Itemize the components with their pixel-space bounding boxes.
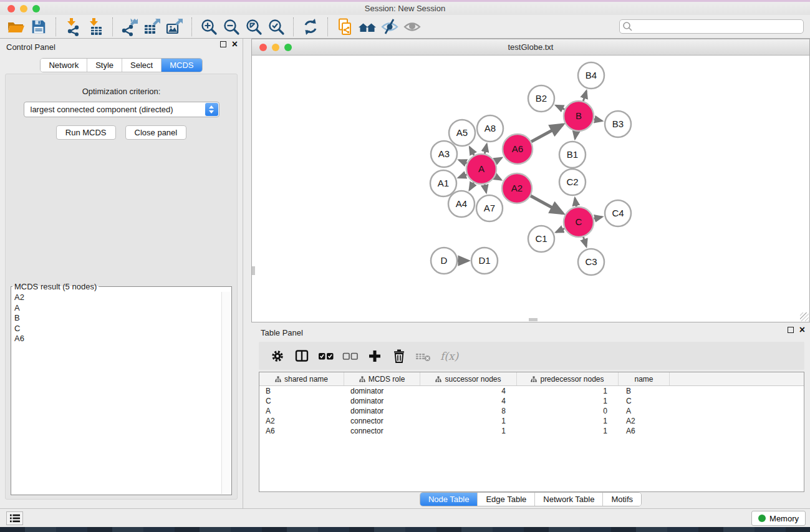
graph-edge-B-B1[interactable] [575, 132, 576, 139]
network-minimize-button[interactable] [272, 44, 279, 51]
graph-edge-A-A5[interactable] [470, 147, 474, 155]
home-networks-button[interactable] [356, 17, 378, 37]
show-selected-button[interactable] [401, 17, 423, 37]
select-all-columns-button[interactable] [316, 346, 336, 367]
graph-edge-A-A6[interactable] [495, 158, 502, 162]
network-close-button[interactable] [259, 44, 267, 51]
mcds-result-item[interactable]: C [14, 324, 221, 334]
graph-edge-A-A3[interactable] [459, 160, 467, 163]
zoom-window-button[interactable] [32, 5, 40, 12]
table-cell: 1 [420, 427, 517, 435]
table-row[interactable]: Adominator80A [259, 406, 804, 416]
hierarchy-icon [435, 376, 441, 382]
column-header-predecessor-nodes[interactable]: predecessor nodes [517, 372, 619, 385]
graph-edge-A-A2[interactable] [495, 177, 501, 180]
table-settings-button[interactable] [268, 346, 287, 367]
table-row[interactable]: Bdominator41B [259, 386, 804, 396]
delete-table-button[interactable] [413, 346, 433, 367]
column-header-shared-name[interactable]: shared name [259, 372, 344, 385]
canvas-vertical-scroll-thumb[interactable] [252, 266, 255, 275]
run-mcds-button[interactable]: Run MCDS [56, 125, 116, 140]
tab-mcds[interactable]: MCDS [161, 59, 201, 72]
hierarchy-icon [531, 376, 537, 382]
add-column-button[interactable] [365, 346, 385, 367]
tab-edge-table[interactable]: Edge Table [477, 493, 534, 506]
zoom-in-button[interactable] [198, 17, 220, 37]
column-header-successor-nodes[interactable]: successor nodes [420, 372, 517, 385]
mcds-result-list[interactable]: A2ABCA6 [12, 293, 221, 493]
close-panel-icon[interactable]: × [232, 41, 238, 47]
export-network-button[interactable] [118, 17, 141, 37]
table-row[interactable]: A6connector11A6 [259, 426, 804, 436]
export-table-button[interactable] [141, 17, 163, 37]
window-resize-handle[interactable] [800, 312, 809, 321]
graph-edge-A-A1[interactable] [458, 175, 466, 178]
mcds-result-item[interactable]: A2 [14, 293, 221, 303]
graph-edge-C-C3[interactable] [583, 237, 586, 246]
save-icon [30, 18, 47, 36]
deselect-all-columns-button[interactable] [340, 346, 360, 367]
table-row[interactable]: A2connector11A2 [259, 416, 804, 426]
table-toolbar: f(x) [259, 342, 804, 370]
open-file-button[interactable] [5, 17, 27, 37]
graph-edge-A-A4[interactable] [470, 183, 474, 190]
table-row[interactable]: Cdominator41C [259, 396, 804, 406]
task-history-button[interactable] [6, 511, 23, 525]
refresh-button[interactable] [299, 17, 322, 37]
mcds-result-item[interactable]: A [14, 303, 221, 314]
mcds-result-item[interactable]: B [14, 313, 221, 324]
show-columns-button[interactable] [292, 346, 312, 367]
mcds-result-item[interactable]: A6 [14, 334, 221, 344]
column-header-name[interactable]: name [619, 372, 670, 385]
graph-edge-A-A8[interactable] [485, 144, 486, 153]
network-window-titlebar[interactable]: testGlobe.txt [252, 39, 809, 56]
close-panel-button[interactable]: Close panel [125, 125, 187, 140]
table-cell: A [619, 407, 670, 415]
graph-edge-A-A7[interactable] [485, 184, 486, 192]
zoom-out-button[interactable] [220, 17, 243, 37]
tab-style[interactable]: Style [87, 59, 122, 72]
tab-network[interactable]: Network [41, 59, 87, 72]
function-builder-button[interactable]: f(x) [440, 350, 458, 362]
search-input[interactable] [619, 19, 804, 34]
network-graph[interactable]: B4B2BB3A8A5A6A3B1AC2A1A2A4A7C4CC1DD1C3 [252, 56, 809, 322]
export-image-button[interactable] [163, 17, 186, 37]
main-toolbar [0, 15, 810, 39]
graph-edge-C-C2[interactable] [575, 198, 576, 207]
table-tabs: Node Table Edge Table Network Table Moti… [420, 492, 642, 506]
column-header-mcds-role[interactable]: MCDS role [344, 372, 420, 385]
zoom-fit-button[interactable] [243, 17, 265, 37]
close-table-panel-icon[interactable]: × [799, 327, 805, 333]
table-cell: 4 [420, 387, 517, 395]
control-panel-tabs: Network Style Select MCDS [40, 58, 202, 72]
tab-node-table[interactable]: Node Table [420, 493, 478, 506]
graph-edge-A6-B[interactable] [531, 125, 563, 142]
tab-network-table[interactable]: Network Table [534, 493, 602, 506]
hide-selected-button[interactable] [378, 17, 401, 37]
graph-edge-B-B4[interactable] [583, 91, 586, 101]
zoom-selected-button[interactable] [265, 17, 287, 37]
close-window-button[interactable] [7, 5, 15, 12]
network-canvas[interactable]: B4B2BB3A8A5A6A3B1AC2A1A2A4A7C4CC1DD1C3 [252, 56, 809, 322]
minimize-window-button[interactable] [20, 5, 27, 12]
clone-network-button[interactable] [334, 17, 356, 37]
tab-motifs[interactable]: Motifs [602, 493, 641, 506]
result-scrollbar[interactable] [221, 292, 231, 494]
graph-edge-B-B2[interactable] [556, 105, 565, 109]
save-session-button[interactable] [27, 17, 50, 37]
criterion-dropdown[interactable]: largest connected component (directed) [24, 102, 219, 117]
memory-button[interactable]: Memory [751, 511, 806, 526]
hierarchy-icon [359, 376, 365, 382]
tab-select[interactable]: Select [122, 59, 161, 72]
float-panel-icon[interactable] [220, 41, 226, 47]
network-zoom-button[interactable] [284, 44, 292, 51]
graph-edge-C-C1[interactable] [556, 228, 564, 232]
delete-column-button[interactable] [389, 346, 409, 367]
float-table-panel-icon[interactable] [788, 327, 794, 333]
graph-edge-B-B3[interactable] [594, 119, 602, 121]
graph-edge-A2-C[interactable] [531, 196, 563, 213]
import-table-button[interactable] [84, 17, 107, 37]
canvas-horizontal-scroll-thumb[interactable] [529, 318, 538, 321]
graph-edge-C-C4[interactable] [594, 217, 602, 219]
import-network-button[interactable] [62, 17, 84, 37]
